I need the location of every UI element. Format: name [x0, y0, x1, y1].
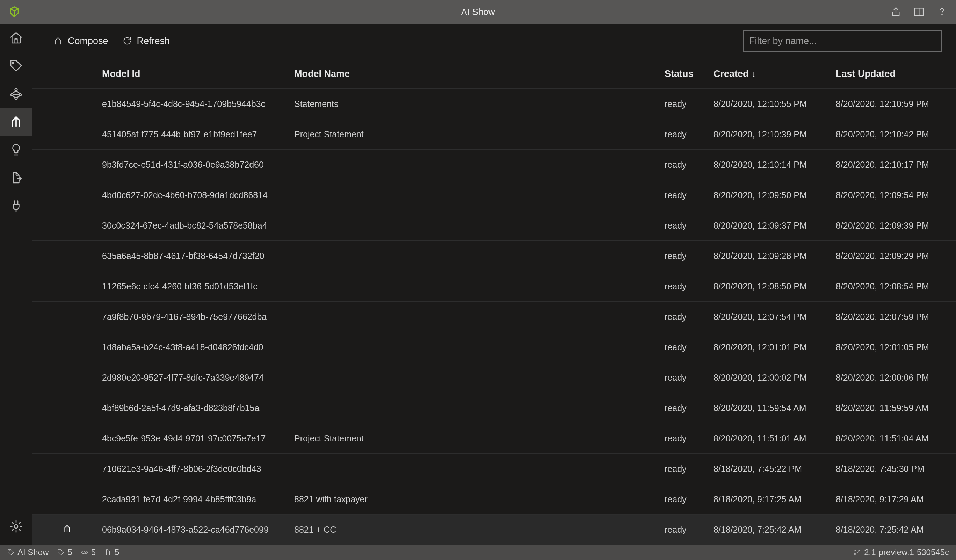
cell-status: ready — [665, 454, 714, 484]
cell-model-name — [294, 362, 665, 393]
table-row[interactable]: 4bf89b6d-2a5f-47d9-afa3-d823b8f7b15aread… — [32, 393, 956, 423]
status-version[interactable]: 2.1-preview.1-530545c — [853, 547, 949, 557]
status-connections[interactable]: 5 — [81, 547, 96, 557]
col-created[interactable]: Created↓ — [714, 69, 836, 89]
svg-point-13 — [858, 550, 860, 551]
cell-model-id: 4bd0c627-02dc-4b60-b708-9da1dcd86814 — [102, 180, 294, 211]
table-row[interactable]: 451405af-f775-444b-bf97-e1bf9ed1fee7Proj… — [32, 119, 956, 149]
status-docs[interactable]: 5 — [104, 547, 119, 557]
row-handle — [32, 454, 102, 484]
row-handle — [32, 423, 102, 454]
sort-arrow-icon: ↓ — [752, 69, 756, 79]
cell-created: 8/20/2020, 12:10:39 PM — [714, 119, 836, 149]
sidebar-item-export[interactable] — [0, 164, 32, 192]
col-last-updated[interactable]: Last Updated — [836, 69, 956, 89]
project-icon — [7, 549, 15, 556]
cell-status: ready — [665, 362, 714, 393]
document-icon — [104, 549, 112, 556]
col-model-name[interactable]: Model Name — [294, 69, 665, 89]
eye-icon — [81, 549, 88, 556]
cell-updated: 8/18/2020, 9:17:29 AM — [836, 484, 956, 514]
sidebar-item-connections[interactable] — [0, 192, 32, 220]
sidebar-item-insights[interactable] — [0, 135, 32, 164]
sidebar-item-graph[interactable] — [0, 80, 32, 108]
table-row[interactable]: 2cada931-fe7d-4d2f-9994-4b85fff03b9a8821… — [32, 484, 956, 514]
refresh-label: Refresh — [137, 36, 170, 47]
share-icon[interactable] — [890, 6, 901, 17]
models-table: Model Id Model Name Status Created↓ Last… — [32, 69, 956, 544]
cell-model-name — [294, 271, 665, 302]
svg-point-8 — [14, 525, 18, 528]
status-project[interactable]: AI Show — [7, 547, 49, 557]
help-icon[interactable] — [936, 6, 948, 17]
compose-button[interactable]: Compose — [53, 36, 108, 47]
table-row[interactable]: 4bd0c627-02dc-4b60-b708-9da1dcd86814read… — [32, 180, 956, 211]
sidebar-item-compose[interactable] — [0, 108, 32, 135]
cell-model-id: 451405af-f775-444b-bf97-e1bf9ed1fee7 — [102, 119, 294, 149]
main: Compose Refresh Model — [32, 24, 956, 544]
cell-status: ready — [665, 119, 714, 149]
col-status[interactable]: Status — [665, 69, 714, 89]
sidebar-item-home[interactable] — [0, 24, 32, 52]
svg-rect-0 — [915, 8, 923, 16]
sidebar — [0, 24, 32, 544]
cell-status: ready — [665, 423, 714, 454]
sidebar-item-settings[interactable] — [0, 513, 32, 540]
col-model-id[interactable]: Model Id — [102, 69, 294, 89]
table-row[interactable]: 635a6a45-8b87-4617-bf38-64547d732f20read… — [32, 241, 956, 271]
filter-input[interactable] — [743, 30, 942, 52]
tag-icon — [57, 549, 64, 556]
cell-status: ready — [665, 393, 714, 423]
refresh-button[interactable]: Refresh — [122, 36, 170, 47]
cell-model-id: 635a6a45-8b87-4617-bf38-64547d732f20 — [102, 241, 294, 271]
table-row[interactable]: 2d980e20-9527-4f77-8dfc-7a339e489474read… — [32, 362, 956, 393]
svg-point-10 — [83, 552, 85, 553]
table-row[interactable]: 1d8aba5a-b24c-43f8-a418-d04826fdc4d0read… — [32, 332, 956, 362]
cell-created: 8/20/2020, 11:59:54 AM — [714, 393, 836, 423]
models-table-wrap: Model Id Model Name Status Created↓ Last… — [32, 58, 956, 544]
cell-model-name — [294, 302, 665, 332]
row-handle — [32, 89, 102, 119]
cell-created: 8/20/2020, 12:09:37 PM — [714, 211, 836, 241]
cell-created: 8/20/2020, 11:51:01 AM — [714, 423, 836, 454]
row-handle — [32, 484, 102, 514]
cell-created: 8/20/2020, 12:09:50 PM — [714, 180, 836, 211]
cell-model-name — [294, 149, 665, 180]
status-project-label: AI Show — [17, 547, 49, 557]
cell-status: ready — [665, 332, 714, 362]
cell-created: 8/20/2020, 12:01:01 PM — [714, 332, 836, 362]
table-row[interactable]: e1b84549-5f4c-4d8c-9454-1709b5944b3cStat… — [32, 89, 956, 119]
table-row[interactable]: 7a9f8b70-9b79-4167-894b-75e977662dbaread… — [32, 302, 956, 332]
cell-updated: 8/20/2020, 12:10:17 PM — [836, 149, 956, 180]
toolbar: Compose Refresh — [32, 24, 956, 58]
cell-created: 8/18/2020, 7:25:42 AM — [714, 514, 836, 545]
cell-updated: 8/20/2020, 12:10:59 PM — [836, 89, 956, 119]
cell-model-name: Project Statement — [294, 423, 665, 454]
cell-model-name: 8821 + CC — [294, 514, 665, 545]
cell-status: ready — [665, 241, 714, 271]
cell-model-name — [294, 241, 665, 271]
cell-updated: 8/20/2020, 12:09:39 PM — [836, 211, 956, 241]
cell-model-name — [294, 393, 665, 423]
statusbar: AI Show 5 5 5 2.1-preview.1-530545c — [0, 544, 956, 560]
table-row[interactable]: 4bc9e5fe-953e-49d4-9701-97c0075e7e17Proj… — [32, 423, 956, 454]
cell-model-name — [294, 332, 665, 362]
cell-model-name: Project Statement — [294, 119, 665, 149]
cell-model-id: 30c0c324-67ec-4adb-bc82-54a578e58ba4 — [102, 211, 294, 241]
titlebar: AI Show — [0, 0, 956, 24]
status-tags[interactable]: 5 — [57, 547, 72, 557]
cell-updated: 8/20/2020, 12:09:54 PM — [836, 180, 956, 211]
sidebar-item-tags[interactable] — [0, 52, 32, 80]
cell-created: 8/20/2020, 12:07:54 PM — [714, 302, 836, 332]
cell-created: 8/20/2020, 12:10:14 PM — [714, 149, 836, 180]
row-handle — [32, 362, 102, 393]
table-row[interactable]: 30c0c324-67ec-4adb-bc82-54a578e58ba4read… — [32, 211, 956, 241]
table-row[interactable]: 11265e6c-cfc4-4260-bf36-5d01d53ef1fcread… — [32, 271, 956, 302]
cell-model-id: 4bc9e5fe-953e-49d4-9701-97c0075e7e17 — [102, 423, 294, 454]
table-row[interactable]: 710621e3-9a46-4ff7-8b06-2f3de0c0bd43read… — [32, 454, 956, 484]
panel-icon[interactable] — [914, 6, 925, 17]
refresh-icon — [122, 36, 132, 46]
cell-model-name — [294, 211, 665, 241]
table-row[interactable]: 9b3fd7ce-e51d-431f-a036-0e9a38b72d60read… — [32, 149, 956, 180]
table-row[interactable]: 06b9a034-9464-4873-a522-ca46d776e0998821… — [32, 514, 956, 545]
